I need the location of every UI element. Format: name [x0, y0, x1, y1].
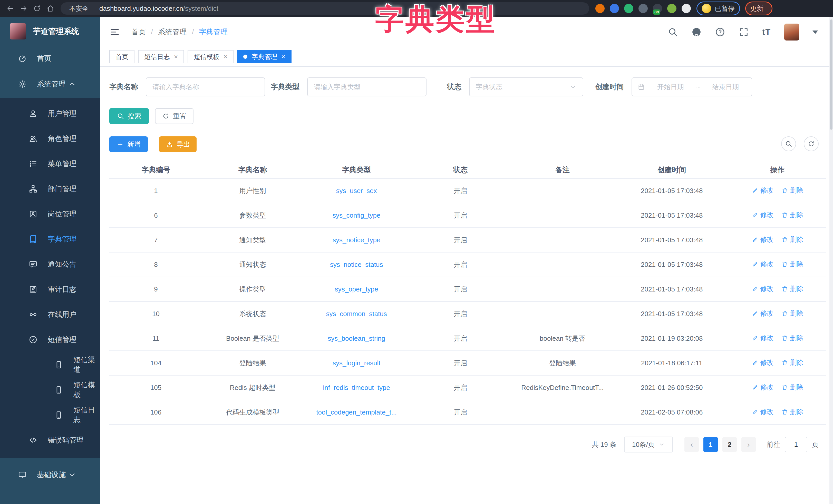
delete-link[interactable]: 删除 [781, 333, 804, 343]
reload-icon[interactable] [30, 2, 44, 15]
dict-type-link[interactable]: tool_codegen_template_t... [316, 408, 397, 416]
sidebar-item-错误码管理[interactable]: 错误码管理 [0, 428, 100, 453]
home-icon[interactable] [44, 2, 57, 15]
page-size-select[interactable]: 10条/页 [624, 436, 673, 452]
dict-type-input[interactable] [307, 77, 427, 96]
update-button[interactable]: 更新 [745, 2, 772, 16]
help-icon[interactable] [715, 27, 725, 37]
status-select[interactable]: 字典状态 [469, 77, 583, 96]
security-warning[interactable]: 不安全 [66, 4, 89, 13]
dict-name-input[interactable] [146, 77, 265, 96]
sidebar-item-菜单管理[interactable]: 菜单管理 [0, 151, 100, 176]
extension-icon-grid[interactable] [639, 4, 648, 13]
edit-link[interactable]: 修改 [752, 210, 774, 220]
edit-link[interactable]: 修改 [752, 235, 774, 244]
sidebar-item-字典管理[interactable]: 字典管理 [0, 227, 100, 252]
sidebar-item-角色管理[interactable]: 角色管理 [0, 126, 100, 151]
address-bar[interactable]: 不安全 dashboard.yudao.iocoder.cn/system/di… [61, 2, 589, 15]
avatar-caret-icon[interactable] [812, 30, 818, 34]
sidebar-toggle-icon[interactable] [109, 27, 120, 37]
edit-link[interactable]: 修改 [752, 358, 774, 367]
next-page-button[interactable]: › [741, 437, 756, 452]
sidebar-item-通知公告[interactable]: 通知公告 [0, 252, 100, 277]
breadcrumb-item[interactable]: 字典管理 [199, 27, 228, 37]
delete-link[interactable]: 删除 [781, 235, 804, 244]
delete-link[interactable]: 删除 [781, 284, 804, 293]
dict-type-link[interactable]: sys_user_sex [336, 187, 377, 195]
delete-link[interactable]: 删除 [781, 309, 804, 318]
sidebar-item-基础设施[interactable]: 基础设施 [0, 462, 100, 487]
delete-link[interactable]: 删除 [781, 407, 804, 416]
export-button[interactable]: 导出 [159, 136, 196, 152]
back-icon[interactable] [4, 2, 17, 15]
delete-link[interactable]: 删除 [781, 358, 804, 367]
search-button[interactable]: 搜索 [109, 108, 149, 124]
scrollbar-track[interactable] [829, 17, 833, 504]
dict-type-link[interactable]: inf_redis_timeout_type [323, 384, 390, 392]
dict-type-link[interactable]: sys_config_type [333, 211, 380, 219]
forward-icon[interactable] [17, 2, 30, 15]
sidebar-item-系统管理[interactable]: 系统管理 [0, 71, 100, 97]
goto-page-input[interactable] [785, 437, 807, 452]
sidebar-item-部门管理[interactable]: 部门管理 [0, 176, 100, 201]
fullscreen-icon[interactable] [739, 27, 749, 37]
extension-icon-puzzle[interactable] [682, 4, 691, 13]
sidebar-item-岗位管理[interactable]: 岗位管理 [0, 201, 100, 227]
tab-短信日志[interactable]: 短信日志× [138, 50, 184, 63]
page-number-1[interactable]: 1 [704, 437, 718, 452]
breadcrumb-item[interactable]: 首页 [132, 27, 146, 37]
sidebar-item-首页[interactable]: 首页 [0, 46, 100, 71]
user-avatar[interactable] [784, 24, 799, 41]
delete-link[interactable]: 删除 [781, 186, 804, 195]
table-refresh-button[interactable] [804, 136, 818, 151]
extension-icon-orange[interactable] [595, 4, 604, 13]
tab-close-icon[interactable]: × [174, 53, 178, 61]
edit-link[interactable]: 修改 [752, 284, 774, 293]
dict-type-link[interactable]: sys_boolean_string [328, 334, 385, 342]
edit-link[interactable]: 修改 [752, 333, 774, 343]
delete-link[interactable]: 删除 [781, 260, 804, 269]
page-number-2[interactable]: 2 [722, 437, 737, 452]
dict-type-link[interactable]: sys_notice_status [330, 261, 383, 269]
header-search-icon[interactable] [668, 27, 678, 37]
tab-close-icon[interactable]: × [223, 53, 228, 61]
sidebar-item-用户管理[interactable]: 用户管理 [0, 101, 100, 126]
sidebar-item-审计日志[interactable]: 审计日志 [0, 277, 100, 302]
dict-type-link[interactable]: sys_common_status [326, 310, 387, 318]
sidebar-item-短信日志[interactable]: 短信日志 [0, 402, 100, 428]
sidebar-item-短信管理[interactable]: 短信管理 [0, 327, 100, 352]
tab-短信模板[interactable]: 短信模板× [188, 50, 234, 63]
edit-link[interactable]: 修改 [752, 407, 774, 416]
edit-link[interactable]: 修改 [752, 309, 774, 318]
github-icon[interactable] [691, 27, 701, 37]
breadcrumb-item[interactable]: 系统管理 [158, 27, 187, 37]
menu-list-icon [29, 159, 38, 168]
sidebar-item-在线用户[interactable]: 在线用户 [0, 302, 100, 327]
tab-首页[interactable]: 首页 [109, 50, 135, 63]
paused-badge[interactable]: 已暂停 [696, 2, 740, 16]
delete-link[interactable]: 删除 [781, 383, 804, 392]
sidebar-item-短信模板[interactable]: 短信模板 [0, 377, 100, 402]
edit-link[interactable]: 修改 [752, 383, 774, 392]
dict-type-link[interactable]: sys_oper_type [335, 285, 378, 293]
logo-row[interactable]: 芋道管理系统 [0, 17, 100, 46]
date-range-picker[interactable]: 开始日期 ~ 结束日期 [632, 77, 752, 96]
edit-link[interactable]: 修改 [752, 260, 774, 269]
add-button[interactable]: 新增 [109, 136, 148, 152]
tab-close-icon[interactable]: × [281, 53, 285, 61]
font-size-icon[interactable]: tT [762, 27, 771, 37]
dict-type-link[interactable]: sys_notice_type [333, 236, 380, 244]
reset-button[interactable]: 重置 [155, 108, 193, 124]
tab-字典管理[interactable]: 字典管理× [237, 50, 291, 63]
extension-icon-blue-gem[interactable] [610, 4, 619, 13]
table-search-toggle-button[interactable] [781, 136, 796, 151]
edit-link[interactable]: 修改 [752, 186, 774, 195]
delete-link[interactable]: 删除 [781, 210, 804, 220]
extension-icon-green-circle[interactable] [624, 4, 633, 13]
extension-icon-leaf[interactable] [667, 4, 676, 13]
extension-icon-dark[interactable]: on [653, 4, 662, 13]
scrollbar-thumb[interactable] [830, 20, 832, 130]
prev-page-button[interactable]: ‹ [684, 437, 699, 452]
sidebar-item-短信渠道[interactable]: 短信渠道 [0, 352, 100, 377]
dict-type-link[interactable]: sys_login_result [333, 359, 380, 367]
